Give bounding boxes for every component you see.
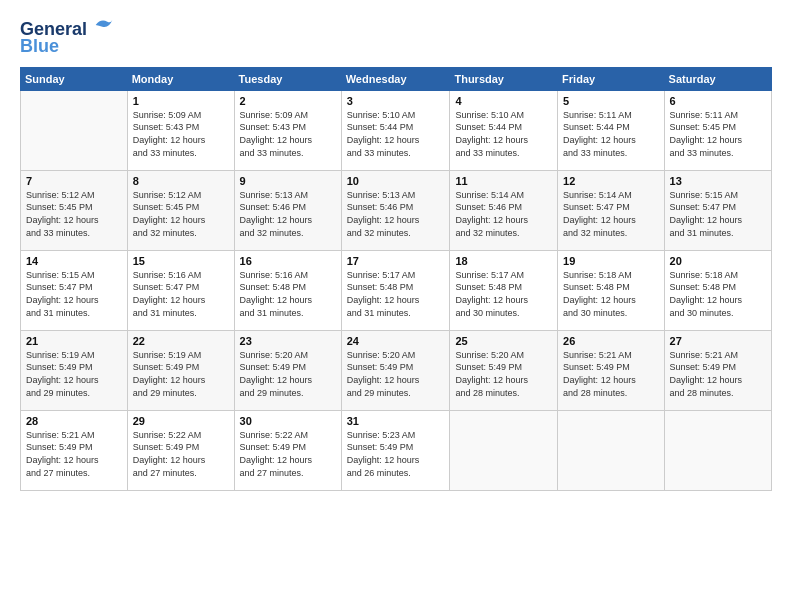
weekday-header-monday: Monday <box>127 67 234 90</box>
day-number: 7 <box>26 175 122 187</box>
day-info: Sunrise: 5:20 AM Sunset: 5:49 PM Dayligh… <box>455 349 552 399</box>
day-number: 17 <box>347 255 445 267</box>
calendar-cell: 7Sunrise: 5:12 AM Sunset: 5:45 PM Daylig… <box>21 170 128 250</box>
calendar-week-row: 7Sunrise: 5:12 AM Sunset: 5:45 PM Daylig… <box>21 170 772 250</box>
day-number: 28 <box>26 415 122 427</box>
day-number: 1 <box>133 95 229 107</box>
calendar-cell: 28Sunrise: 5:21 AM Sunset: 5:49 PM Dayli… <box>21 410 128 490</box>
weekday-header-friday: Friday <box>558 67 664 90</box>
calendar-cell: 2Sunrise: 5:09 AM Sunset: 5:43 PM Daylig… <box>234 90 341 170</box>
weekday-header-sunday: Sunday <box>21 67 128 90</box>
calendar-week-row: 14Sunrise: 5:15 AM Sunset: 5:47 PM Dayli… <box>21 250 772 330</box>
calendar-cell: 8Sunrise: 5:12 AM Sunset: 5:45 PM Daylig… <box>127 170 234 250</box>
calendar-cell: 13Sunrise: 5:15 AM Sunset: 5:47 PM Dayli… <box>664 170 771 250</box>
calendar-cell: 9Sunrise: 5:13 AM Sunset: 5:46 PM Daylig… <box>234 170 341 250</box>
calendar-cell <box>664 410 771 490</box>
day-info: Sunrise: 5:15 AM Sunset: 5:47 PM Dayligh… <box>670 189 766 239</box>
day-info: Sunrise: 5:14 AM Sunset: 5:46 PM Dayligh… <box>455 189 552 239</box>
day-number: 14 <box>26 255 122 267</box>
day-info: Sunrise: 5:22 AM Sunset: 5:49 PM Dayligh… <box>240 429 336 479</box>
day-info: Sunrise: 5:21 AM Sunset: 5:49 PM Dayligh… <box>563 349 658 399</box>
day-number: 29 <box>133 415 229 427</box>
day-info: Sunrise: 5:12 AM Sunset: 5:45 PM Dayligh… <box>26 189 122 239</box>
day-number: 9 <box>240 175 336 187</box>
calendar-week-row: 21Sunrise: 5:19 AM Sunset: 5:49 PM Dayli… <box>21 330 772 410</box>
day-info: Sunrise: 5:16 AM Sunset: 5:48 PM Dayligh… <box>240 269 336 319</box>
day-number: 6 <box>670 95 766 107</box>
day-info: Sunrise: 5:20 AM Sunset: 5:49 PM Dayligh… <box>240 349 336 399</box>
calendar-cell: 25Sunrise: 5:20 AM Sunset: 5:49 PM Dayli… <box>450 330 558 410</box>
day-info: Sunrise: 5:14 AM Sunset: 5:47 PM Dayligh… <box>563 189 658 239</box>
day-number: 24 <box>347 335 445 347</box>
calendar-cell: 12Sunrise: 5:14 AM Sunset: 5:47 PM Dayli… <box>558 170 664 250</box>
day-number: 16 <box>240 255 336 267</box>
calendar-cell: 23Sunrise: 5:20 AM Sunset: 5:49 PM Dayli… <box>234 330 341 410</box>
day-info: Sunrise: 5:22 AM Sunset: 5:49 PM Dayligh… <box>133 429 229 479</box>
day-info: Sunrise: 5:15 AM Sunset: 5:47 PM Dayligh… <box>26 269 122 319</box>
day-info: Sunrise: 5:17 AM Sunset: 5:48 PM Dayligh… <box>347 269 445 319</box>
day-info: Sunrise: 5:18 AM Sunset: 5:48 PM Dayligh… <box>563 269 658 319</box>
calendar-cell: 31Sunrise: 5:23 AM Sunset: 5:49 PM Dayli… <box>341 410 450 490</box>
day-info: Sunrise: 5:11 AM Sunset: 5:45 PM Dayligh… <box>670 109 766 159</box>
day-number: 2 <box>240 95 336 107</box>
weekday-header-tuesday: Tuesday <box>234 67 341 90</box>
day-info: Sunrise: 5:17 AM Sunset: 5:48 PM Dayligh… <box>455 269 552 319</box>
calendar-cell: 3Sunrise: 5:10 AM Sunset: 5:44 PM Daylig… <box>341 90 450 170</box>
calendar-cell: 26Sunrise: 5:21 AM Sunset: 5:49 PM Dayli… <box>558 330 664 410</box>
calendar-cell: 17Sunrise: 5:17 AM Sunset: 5:48 PM Dayli… <box>341 250 450 330</box>
day-number: 13 <box>670 175 766 187</box>
day-info: Sunrise: 5:18 AM Sunset: 5:48 PM Dayligh… <box>670 269 766 319</box>
calendar-cell <box>558 410 664 490</box>
page-header: General Blue <box>20 15 772 57</box>
calendar-cell: 1Sunrise: 5:09 AM Sunset: 5:43 PM Daylig… <box>127 90 234 170</box>
day-number: 22 <box>133 335 229 347</box>
day-number: 23 <box>240 335 336 347</box>
day-info: Sunrise: 5:23 AM Sunset: 5:49 PM Dayligh… <box>347 429 445 479</box>
calendar-cell: 15Sunrise: 5:16 AM Sunset: 5:47 PM Dayli… <box>127 250 234 330</box>
day-info: Sunrise: 5:10 AM Sunset: 5:44 PM Dayligh… <box>455 109 552 159</box>
day-number: 19 <box>563 255 658 267</box>
day-info: Sunrise: 5:13 AM Sunset: 5:46 PM Dayligh… <box>240 189 336 239</box>
day-info: Sunrise: 5:19 AM Sunset: 5:49 PM Dayligh… <box>26 349 122 399</box>
logo: General Blue <box>20 15 114 57</box>
day-info: Sunrise: 5:09 AM Sunset: 5:43 PM Dayligh… <box>240 109 336 159</box>
day-number: 4 <box>455 95 552 107</box>
calendar-cell: 22Sunrise: 5:19 AM Sunset: 5:49 PM Dayli… <box>127 330 234 410</box>
calendar-cell <box>450 410 558 490</box>
calendar-cell: 18Sunrise: 5:17 AM Sunset: 5:48 PM Dayli… <box>450 250 558 330</box>
calendar-cell: 5Sunrise: 5:11 AM Sunset: 5:44 PM Daylig… <box>558 90 664 170</box>
calendar-cell: 10Sunrise: 5:13 AM Sunset: 5:46 PM Dayli… <box>341 170 450 250</box>
day-info: Sunrise: 5:10 AM Sunset: 5:44 PM Dayligh… <box>347 109 445 159</box>
calendar-cell: 4Sunrise: 5:10 AM Sunset: 5:44 PM Daylig… <box>450 90 558 170</box>
day-info: Sunrise: 5:20 AM Sunset: 5:49 PM Dayligh… <box>347 349 445 399</box>
calendar-cell: 11Sunrise: 5:14 AM Sunset: 5:46 PM Dayli… <box>450 170 558 250</box>
calendar-cell: 21Sunrise: 5:19 AM Sunset: 5:49 PM Dayli… <box>21 330 128 410</box>
calendar-cell: 20Sunrise: 5:18 AM Sunset: 5:48 PM Dayli… <box>664 250 771 330</box>
calendar-cell: 29Sunrise: 5:22 AM Sunset: 5:49 PM Dayli… <box>127 410 234 490</box>
calendar-cell <box>21 90 128 170</box>
calendar-table: SundayMondayTuesdayWednesdayThursdayFrid… <box>20 67 772 491</box>
day-number: 18 <box>455 255 552 267</box>
day-number: 26 <box>563 335 658 347</box>
weekday-header-wednesday: Wednesday <box>341 67 450 90</box>
calendar-week-row: 1Sunrise: 5:09 AM Sunset: 5:43 PM Daylig… <box>21 90 772 170</box>
calendar-cell: 16Sunrise: 5:16 AM Sunset: 5:48 PM Dayli… <box>234 250 341 330</box>
day-number: 30 <box>240 415 336 427</box>
calendar-cell: 27Sunrise: 5:21 AM Sunset: 5:49 PM Dayli… <box>664 330 771 410</box>
weekday-header-thursday: Thursday <box>450 67 558 90</box>
day-info: Sunrise: 5:11 AM Sunset: 5:44 PM Dayligh… <box>563 109 658 159</box>
weekday-header-row: SundayMondayTuesdayWednesdayThursdayFrid… <box>21 67 772 90</box>
calendar-cell: 14Sunrise: 5:15 AM Sunset: 5:47 PM Dayli… <box>21 250 128 330</box>
day-number: 25 <box>455 335 552 347</box>
day-number: 20 <box>670 255 766 267</box>
day-number: 31 <box>347 415 445 427</box>
page-container: General Blue SundayMondayTuesdayWednesda… <box>0 0 792 501</box>
day-number: 27 <box>670 335 766 347</box>
day-number: 10 <box>347 175 445 187</box>
weekday-header-saturday: Saturday <box>664 67 771 90</box>
day-number: 21 <box>26 335 122 347</box>
day-number: 5 <box>563 95 658 107</box>
day-number: 15 <box>133 255 229 267</box>
calendar-cell: 30Sunrise: 5:22 AM Sunset: 5:49 PM Dayli… <box>234 410 341 490</box>
day-info: Sunrise: 5:19 AM Sunset: 5:49 PM Dayligh… <box>133 349 229 399</box>
